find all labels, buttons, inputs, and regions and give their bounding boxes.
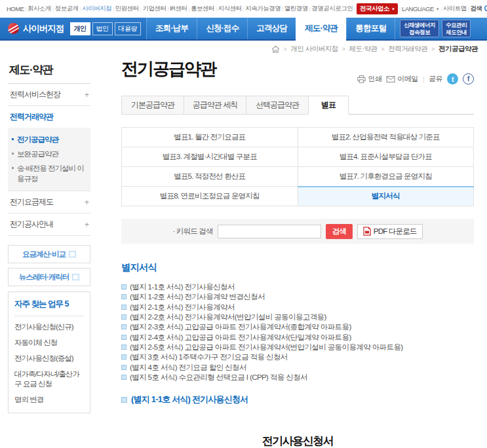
quick-link-newsletter[interactable]: 뉴스레터·캐릭터 — [8, 268, 90, 286]
sidebar-item-construction-guide[interactable]: 전기공사안내+ — [8, 214, 90, 236]
breadcrumb-current: 전기공급약관 — [438, 45, 478, 54]
sidebar-item-label: 전기요금제도 — [10, 196, 53, 208]
pdf-download-button[interactable]: PDF 다운로드 — [357, 224, 423, 239]
office-selector[interactable]: 전국사업소▼ — [357, 3, 398, 14]
renewable-energy-button[interactable]: 신재생에너지접속정보 — [400, 20, 439, 37]
sidebar-subitem-label: 전기공급약관 — [17, 134, 58, 145]
sidebar-subitem-supply-terms[interactable]: 전기공급약관 — [12, 132, 87, 147]
form-link-5[interactable]: (별지 5호 서식) 수요관리형 선택요금 I (CPP) 적용 신청서 — [121, 373, 474, 383]
new-window-icon — [72, 274, 79, 280]
utility-link-home[interactable]: HOME — [7, 5, 24, 12]
form-bullet-icon — [121, 375, 127, 380]
attachment-cell-1[interactable]: 별표1. 월간 전기요금표 — [122, 128, 298, 147]
sidebar-item-service-charter[interactable]: 전력서비스헌장+ — [8, 84, 90, 106]
twitter-icon[interactable] — [447, 73, 458, 84]
sidebar-subitem-transmission-rules[interactable]: 송·배전용 전기설비 이용규정 — [12, 161, 87, 186]
main-nav: 사이버지점 개인 법인 대용량 조회·납부 신청·접수 고객상담 제도·약관 통… — [0, 18, 487, 41]
form-link-2-3[interactable]: (별지 2-3호 서식) 고압공급 아파트 전기사용계약서(종합계약 아파트용) — [121, 322, 474, 332]
utility-link-sustainability[interactable]: 지속가능경영 — [245, 5, 281, 13]
tab-basic-supply-terms[interactable]: 기본공급약관 — [121, 96, 184, 115]
utility-link-open-management[interactable]: 열린경영 — [284, 5, 308, 13]
tab-detailed-rules[interactable]: 공급약관 세칙 — [184, 96, 246, 115]
attachment-cell-8[interactable]: 별표8. 연료비조정요금 운영지침 — [122, 187, 298, 206]
frequent-task-expansion[interactable]: 전기사용신청(증설) — [14, 354, 84, 364]
nav-menu: 조회·납부 신청·접수 고객상담 제도·약관 통합포털 — [146, 18, 395, 39]
sidebar-item-label: 전기공사안내 — [10, 219, 53, 230]
utility-link-knowledge-center[interactable]: 지식센터 — [218, 5, 242, 13]
sidebar-item-rate-system[interactable]: 전기요금제도+ — [8, 191, 90, 214]
segment-corporate[interactable]: 법인 — [92, 22, 113, 35]
form-link-2-1[interactable]: (별지 2-1호 서식) 전기사용계약서 — [121, 303, 474, 312]
page: HOME| 회사소개| 정보공개| 사이버지점| 민원센터| 기업센터| IR센… — [0, 0, 487, 448]
selected-form-link[interactable]: (별지 1-1호 서식) 전기사용신청서 — [121, 394, 474, 405]
print-button[interactable]: 인쇄 — [357, 74, 381, 84]
language-label: LANGUAGE — [402, 5, 434, 12]
breadcrumb-link[interactable]: 전력거래약관 — [388, 45, 427, 54]
facebook-icon[interactable] — [463, 73, 474, 84]
divider: | — [309, 6, 311, 12]
attachment-cell-2[interactable]: 별표2. 산업용전력 적용대상 기준표 — [298, 128, 474, 147]
demand-management-button[interactable]: 수요관리제도안내 — [442, 20, 471, 37]
form-bullet-icon — [121, 314, 127, 320]
sitemap-link[interactable]: 사이트맵 — [443, 5, 467, 13]
segment-personal[interactable]: 개인 — [70, 22, 90, 35]
utility-link-ir-center[interactable]: IR센터 — [170, 5, 187, 13]
search-label: 검색 — [470, 5, 482, 13]
sidebar-subitem-supplementary-terms[interactable]: 보완공급약관 — [12, 147, 87, 161]
nav-item-portal[interactable]: 통합포털 — [346, 18, 395, 39]
brand-link[interactable]: 사이버지점 — [23, 23, 64, 35]
form-link-label: (별지 2-3호 서식) 고압공급 아파트 전기사용계약서(종합계약 아파트용) — [130, 322, 351, 332]
printer-icon — [357, 75, 366, 83]
email-button[interactable]: 이메일 — [386, 74, 418, 84]
form-link-4[interactable]: (별지 4호 서식) 전기요금 할인 신청서 — [121, 363, 474, 373]
nav-item-customer-service[interactable]: 고객상담 — [247, 18, 296, 39]
form-link-label: (별지 1-1호 서식) 전기사용신청서 — [130, 282, 235, 292]
divider: | — [468, 6, 469, 12]
attachment-cell-5[interactable]: 별표5. 적정전선 환산표 — [122, 167, 298, 187]
attachments-table: 별표1. 월간 전기요금표 별표2. 산업용전력 적용대상 기준표 별표3. 계… — [121, 127, 474, 206]
divider: | — [423, 75, 424, 83]
keyword-search-input[interactable] — [218, 225, 321, 238]
expand-plus-icon: + — [85, 220, 88, 229]
segment-high-volume[interactable]: 대용량 — [115, 22, 142, 35]
utility-link-disclosure-info[interactable]: 정보공개 — [55, 5, 79, 13]
search-button[interactable]: 검색 — [326, 224, 353, 239]
form-link-1-2[interactable]: (별지 1-2호 서식) 전기사용계약 변경신청서 — [121, 292, 474, 302]
frequent-task-name-change[interactable]: 명의 변경 — [14, 395, 84, 405]
nav-item-inquiry-payment[interactable]: 조회·납부 — [146, 18, 197, 39]
frequent-task-new-application[interactable]: 전기사용신청(신규) — [14, 322, 84, 332]
utility-link-business-center[interactable]: 기업센터 — [142, 5, 166, 13]
nav-item-application[interactable]: 신청·접수 — [197, 18, 247, 39]
attachment-cell-3[interactable]: 별표3. 계절별·시간대별 구분표 — [122, 147, 298, 167]
breadcrumb-link[interactable]: 제도·약관 — [349, 45, 377, 54]
utility-link-pr-center[interactable]: 홍보센터 — [191, 5, 214, 13]
attachment-cell-forms-active[interactable]: 별지서식 — [298, 187, 474, 206]
login-link[interactable]: 로그인 — [335, 5, 353, 13]
tab-attachments[interactable]: 별표 — [308, 96, 349, 115]
frequent-task-large-family-rate[interactable]: 대가족/다자녀/출산가구 요금 신청 — [14, 369, 84, 389]
utility-link-management-disclosure[interactable]: 경영공시 — [311, 5, 335, 13]
form-link-1-1[interactable]: (별지 1-1호 서식) 전기사용신청서 — [121, 282, 474, 292]
form-link-2-2[interactable]: (별지 2-2호 서식) 전기사용계약서(변압기설비 공동이용고객용) — [121, 312, 474, 322]
form-link-label: (별지 5호 서식) 수요관리형 선택요금 I (CPP) 적용 신청서 — [130, 373, 307, 383]
content-area: 제도·약관 전력서비스헌장+ 전력거래약관 전기공급약관 보완공급약관 송·배전… — [0, 58, 487, 448]
divider: | — [26, 6, 27, 12]
frequent-task-auto-transfer[interactable]: 자동이체 신청 — [14, 338, 84, 348]
quick-link-fee-calculator[interactable]: 요금계산·비교 — [8, 245, 90, 263]
utility-search-button[interactable]: 검색 — [470, 5, 487, 13]
utility-link-cyber-branch[interactable]: 사이버지점 — [82, 5, 111, 13]
attachment-cell-7[interactable]: 별표7. 기후환경요금 운영지침 — [298, 167, 474, 187]
utility-link-civil-center[interactable]: 민원센터 — [115, 5, 139, 13]
nav-item-terms[interactable]: 제도·약관 — [296, 18, 346, 41]
tab-optional-supply-terms[interactable]: 선택공급약관 — [246, 96, 309, 115]
home-icon[interactable] — [271, 45, 280, 53]
attachment-cell-4[interactable]: 별표4. 표준시설부담금 단가표 — [298, 147, 474, 167]
language-selector[interactable]: LANGUAGE▼ — [402, 5, 439, 12]
form-link-3[interactable]: (별지 3호 서식) 1주택수가구 전기요금 적용 신청서 — [121, 352, 474, 362]
form-link-2-5[interactable]: (별지 2-5호 서식) 고압공급 아파트 전기사용계약서(변압기설비 공동이용… — [121, 343, 474, 352]
breadcrumb-link[interactable]: 개인 사이버지점 — [290, 45, 338, 54]
utility-link-company[interactable]: 회사소개 — [28, 5, 51, 13]
sidebar-item-power-trade-terms[interactable]: 전력거래약관 — [8, 106, 90, 128]
form-link-2-4[interactable]: (별지 2-4호 서식) 고압공급 아파트 전기사용계약서(단일계약 아파트용) — [121, 333, 474, 343]
bullet-icon — [12, 167, 14, 169]
